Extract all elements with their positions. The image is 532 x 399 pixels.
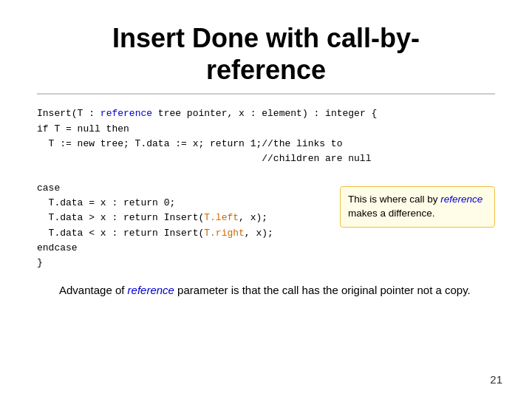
page-number: 21 [490, 373, 502, 386]
advantage-text-before: Advantage of [59, 284, 128, 296]
advantage-text-ref: reference [128, 284, 174, 296]
keyword-reference: reference [100, 108, 152, 119]
keyword-tright: T.right [204, 228, 245, 239]
highlight-text-ref: reference [440, 194, 482, 205]
highlight-box: This is where call by reference makes a … [340, 186, 495, 228]
code-line-9: T.data < x : return Insert(T.right, x); [37, 226, 495, 241]
keyword-tleft: T.left [204, 212, 239, 223]
code-line-2: if T = null then [37, 122, 495, 137]
highlight-text-before: This is where call by [348, 194, 440, 205]
code-line-5 [37, 166, 495, 181]
slide-title: Insert Done with call-by- reference [37, 22, 495, 86]
title-line2: reference [206, 55, 326, 85]
advantage-text-after: parameter is that the call has the origi… [174, 284, 471, 296]
highlight-text-after: makes a difference. [348, 208, 435, 219]
code-line-10: endcase [37, 241, 495, 256]
slide: Insert Done with call-by- reference Inse… [0, 0, 532, 399]
advantage-section: Advantage of reference parameter is that… [37, 282, 495, 299]
code-area: Insert(T : reference tree pointer, x : e… [37, 106, 495, 270]
title-line1: Insert Done with call-by- [112, 23, 420, 53]
code-line-4: //children are null [37, 151, 495, 166]
code-line-3: T := new tree; T.data := x; return 1;//t… [37, 137, 495, 151]
code-line-1: Insert(T : reference tree pointer, x : e… [37, 106, 495, 121]
code-line-11: } [37, 256, 495, 270]
title-divider [37, 93, 495, 95]
